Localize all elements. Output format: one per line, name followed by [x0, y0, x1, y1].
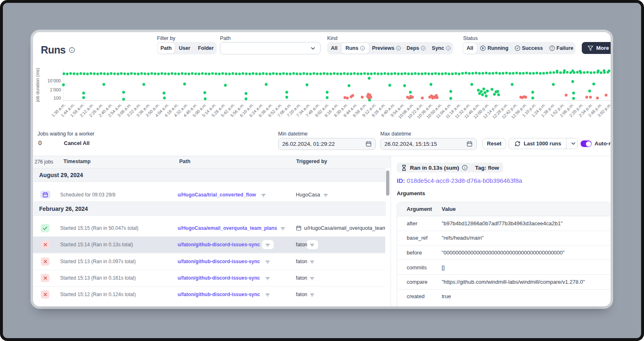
svg-text:10’000: 10’000 — [47, 78, 61, 83]
svg-text:100: 100 — [54, 96, 61, 100]
svg-text:1’000: 1’000 — [50, 87, 61, 92]
svg-text:job duration (ms): job duration (ms) — [35, 68, 40, 103]
